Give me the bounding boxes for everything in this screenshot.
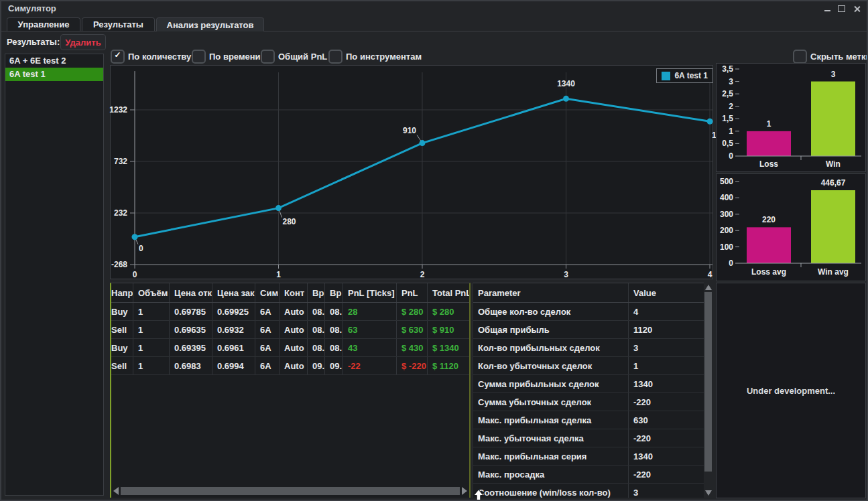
column-header[interactable]: Напр (111, 283, 133, 302)
table-row[interactable]: Макс. прибыльная сделка630 (473, 411, 704, 429)
table-row[interactable]: Соотношение (win/loss кол-во)3 (473, 484, 704, 498)
close-icon (853, 5, 861, 13)
param-column-header: Parameter (473, 283, 629, 302)
column-header[interactable]: Вр (308, 283, 325, 302)
list-item-selected[interactable]: 6A test 1 (5, 68, 103, 81)
pnl-line-chart: 01234-2682327321232028091013401120 6A te… (110, 65, 713, 279)
under-development-text: Under development... (747, 386, 835, 396)
column-header[interactable]: PnL [Ticks] (343, 283, 397, 302)
maximize-icon (838, 5, 845, 12)
param-name-cell: Сумма прибыльных сделок (473, 375, 629, 392)
checkbox-icon (328, 50, 343, 64)
table-cell: 08. (308, 303, 325, 320)
chart-text: 4 (708, 270, 712, 279)
column-header[interactable]: Цена зак (212, 283, 255, 302)
checkbox-by-time[interactable]: По времени (192, 50, 261, 63)
table-row[interactable]: Макс. прибыльная серия1340 (473, 447, 704, 466)
results-label: Результаты: (7, 37, 60, 47)
table-row[interactable]: Кол-во убыточных сделок1 (473, 357, 704, 375)
param-value-cell: 3 (629, 484, 704, 498)
scrollbar-track[interactable] (121, 487, 460, 495)
bar-win (811, 82, 855, 156)
table-row[interactable]: Сумма прибыльных сделок1340 (473, 375, 704, 393)
param-name-cell: Макс. прибыльная сделка (473, 411, 629, 429)
chart-text: Win avg (818, 267, 849, 277)
table-cell: 0.6932 (212, 321, 255, 338)
table-row[interactable]: Кол-во прибыльных сделок3 (473, 339, 704, 357)
maximize-button[interactable] (836, 4, 846, 13)
table-cell: 6A (255, 303, 280, 320)
horizontal-scrollbar[interactable] (113, 486, 467, 496)
table-row[interactable]: Sell10.69830.69946AAuto09.09.-22$ -220$ … (111, 357, 469, 375)
scrollbar-thumb[interactable] (121, 487, 460, 495)
list-item[interactable]: 6A + 6E test 2 (5, 54, 103, 68)
data-point (563, 96, 569, 102)
table-cell: $ 1340 (428, 339, 469, 356)
table-cell: $ 1120 (428, 357, 469, 374)
table-cell: Buy (111, 303, 133, 320)
table-cell: 08. (325, 339, 343, 356)
column-header[interactable]: Объём (133, 283, 170, 302)
table-cell: 63 (343, 321, 397, 338)
column-header[interactable]: Цена отк (170, 283, 212, 302)
scroll-down-icon[interactable] (705, 490, 712, 496)
column-header[interactable]: Сим (255, 283, 280, 302)
table-row[interactable]: Sell10.696350.69326AAuto08.08.63$ 630$ 9… (111, 321, 469, 339)
table-cell: 09. (308, 357, 325, 374)
param-value-cell: 3 (629, 339, 704, 356)
scroll-up-icon[interactable] (705, 285, 712, 290)
table-row[interactable]: Сумма убыточных сделок-220 (473, 393, 704, 411)
trades-table[interactable]: НапрОбъёмЦена откЦена закСимКонтВрВрPnL … (110, 283, 471, 498)
parameters-table[interactable]: Parameter Value Общее кол-во сделок4Обща… (473, 283, 704, 498)
table-row[interactable]: Макс. просадка-220 (473, 466, 704, 484)
column-header[interactable]: Вр (325, 283, 343, 302)
checkbox-total-pnl[interactable]: Общий PnL (261, 50, 327, 63)
close-button[interactable] (852, 4, 861, 13)
table-cell: 1 (133, 321, 170, 338)
data-point (707, 119, 713, 125)
chart-text: 200 (720, 226, 733, 235)
column-header[interactable]: Total PnL (428, 283, 469, 302)
column-header[interactable]: Конт (280, 283, 308, 302)
chart-text: 0 (133, 270, 137, 279)
table-row[interactable]: Buy10.697850.699256AAuto08.08.28$ 280$ 2… (111, 303, 469, 321)
results-list[interactable]: 6A + 6E test 2 6A test 1 (5, 54, 104, 496)
chart-text: 1340 (557, 79, 575, 88)
window-title: Симулятор (8, 3, 56, 13)
vertical-scrollbar[interactable] (704, 283, 712, 498)
table-cell: Auto (280, 339, 308, 356)
trades-table-body: Buy10.697850.699256AAuto08.08.28$ 280$ 2… (111, 303, 469, 375)
chart-legend: 6A test 1 (656, 68, 713, 83)
table-row[interactable]: Общее кол-во сделок4 (473, 303, 704, 321)
scrollbar-thumb[interactable] (704, 292, 712, 472)
chart-text: 232 (114, 208, 127, 218)
chart-text: 1 (276, 270, 281, 279)
tab-analiz-rezultatov[interactable]: Анализ результатов (156, 17, 264, 31)
minimize-button[interactable] (822, 4, 832, 13)
param-name-cell: Общее кол-во сделок (473, 303, 629, 320)
scroll-left-icon[interactable] (113, 487, 119, 495)
chart-text: 3 (831, 70, 836, 79)
chart-text: 100 (720, 242, 733, 252)
param-name-cell: Макс. прибыльная серия (473, 447, 629, 465)
chart-text: Loss avg (751, 267, 786, 277)
checkbox-icon (261, 50, 275, 64)
delete-button[interactable]: Удалить (60, 34, 106, 50)
checkbox-by-count[interactable]: ✓ По количеству (111, 50, 191, 63)
scrollbar-track[interactable] (704, 292, 712, 488)
table-cell: $ -220 (397, 357, 428, 374)
minimize-icon (824, 10, 830, 11)
chart-text: 300 (720, 210, 733, 219)
table-row[interactable]: Общая прибыль1120 (473, 321, 704, 339)
table-row[interactable]: Buy10.693950.69616AAuto08.08.43$ 430$ 13… (111, 339, 469, 357)
scroll-right-icon[interactable] (462, 487, 467, 495)
table-row[interactable]: Макс. убыточная сделка-220 (473, 429, 704, 447)
table-cell: 0.69785 (170, 303, 212, 320)
tab-upravlenie[interactable]: Управление (7, 17, 80, 31)
checkbox-by-instruments[interactable]: По инструментам (328, 50, 422, 63)
chart-text: 2,5 (722, 89, 733, 98)
tab-rezultaty[interactable]: Результаты (82, 17, 155, 31)
checkbox-hide-labels[interactable]: Скрыть метки (793, 50, 868, 63)
data-point (275, 205, 282, 211)
column-header[interactable]: PnL (397, 283, 428, 302)
